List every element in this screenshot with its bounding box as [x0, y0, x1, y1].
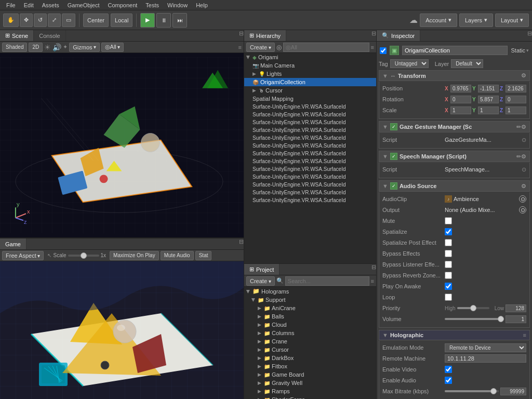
project-item-anicrane[interactable]: ▶ 📁 AniCrane	[244, 304, 376, 312]
pos-z-input[interactable]	[506, 85, 526, 92]
cloud-icon[interactable]: ☁	[409, 15, 418, 25]
hierarchy-item-maincamera[interactable]: 📷 Main Camera	[244, 61, 376, 70]
game-canvas[interactable]	[0, 261, 244, 399]
gaze-settings-icon[interactable]: ⚙	[521, 124, 526, 130]
hierarchy-item-surface-9[interactable]: Surface-UnityEngine.VR.WSA.SurfaceId	[244, 165, 376, 173]
move-tool-button[interactable]: ✥	[20, 14, 33, 27]
hierarchy-collapse[interactable]: ⊟	[371, 30, 376, 41]
priority-slider[interactable]	[457, 307, 489, 309]
account-button[interactable]: Account ▾	[420, 14, 457, 27]
hierarchy-item-surface-13[interactable]: Surface-UnityEngine.VR.WSA.SurfaceId	[244, 196, 376, 204]
speech-script-circle-icon[interactable]: ⊙	[522, 166, 526, 173]
hierarchy-item-cursor[interactable]: ▶ 🖱 Cursor	[244, 86, 376, 95]
hierarchy-item-surface-7[interactable]: Surface-UnityEngine.VR.WSA.SurfaceId	[244, 150, 376, 157]
rot-y-input[interactable]	[478, 96, 499, 103]
output-select-icon[interactable]: ⊙	[519, 206, 526, 214]
2d-button[interactable]: 2D	[29, 43, 43, 52]
effects-icon[interactable]: ✦	[63, 44, 68, 50]
audio-settings-icon[interactable]: ⚙	[521, 183, 526, 190]
scene-panel-menu[interactable]: ≡	[238, 44, 242, 50]
speech-active-checkbox[interactable]: ✓	[390, 153, 397, 160]
scale-tool-button[interactable]: ⤢	[48, 14, 61, 27]
audio-active-checkbox[interactable]: ✓	[390, 182, 397, 190]
shaded-button[interactable]: Shaded	[2, 43, 27, 52]
project-item-crane[interactable]: ▶ 📁 Crane	[244, 337, 376, 345]
game-panel-collapse[interactable]: ⊟	[239, 238, 244, 249]
menu-edit[interactable]: Edit	[20, 1, 38, 9]
stats-button[interactable]: Stat	[195, 251, 212, 260]
rotate-tool-button[interactable]: ↺	[34, 14, 47, 27]
hierarchy-item-surface-3[interactable]: Surface-UnityEngine.VR.WSA.SurfaceId	[244, 118, 376, 126]
mute-checkbox[interactable]	[445, 217, 452, 224]
transform-header[interactable]: ▼ ↔ Transform ⚙	[379, 70, 530, 81]
holographic-menu-icon[interactable]: ≡	[523, 332, 526, 338]
gaze-active-checkbox[interactable]: ✓	[390, 123, 397, 130]
layers-button[interactable]: Layers ▾	[459, 14, 493, 27]
console-tab[interactable]: Console	[34, 30, 65, 41]
spatialize-checkbox[interactable]	[445, 228, 452, 235]
layout-button[interactable]: Layout ▾	[495, 14, 529, 27]
pos-y-input[interactable]	[478, 85, 499, 92]
menu-assets[interactable]: Assets	[38, 1, 63, 9]
gizmos-button[interactable]: Gizmos ▾	[69, 43, 99, 52]
hierarchy-item-origami[interactable]: ▶ ◆ Origami	[244, 53, 376, 61]
scale-z-input[interactable]	[506, 107, 526, 114]
project-item-balls[interactable]: ▶ 📁 Balls	[244, 312, 376, 321]
project-menu-icon[interactable]: ≡	[371, 278, 374, 284]
project-search-input[interactable]	[285, 276, 369, 286]
rot-x-input[interactable]	[450, 96, 471, 103]
hierarchy-item-surface-4[interactable]: Surface-UnityEngine.VR.WSA.SurfaceId	[244, 126, 376, 134]
pos-x-input[interactable]	[450, 85, 471, 92]
scale-x-input[interactable]	[450, 107, 471, 114]
hierarchy-item-surface-10[interactable]: Surface-UnityEngine.VR.WSA.SurfaceId	[244, 173, 376, 181]
menu-file[interactable]: File	[2, 1, 20, 9]
hierarchy-item-surface-6[interactable]: Surface-UnityEngine.VR.WSA.SurfaceId	[244, 142, 376, 150]
free-aspect-button[interactable]: Free Aspect ▾	[2, 251, 44, 260]
menu-window[interactable]: Window	[163, 1, 192, 9]
volume-slider[interactable]	[445, 318, 504, 320]
scene-tab[interactable]: ⊞ Scene	[0, 30, 34, 41]
sun-icon[interactable]: ☀	[44, 43, 51, 51]
object-name-input[interactable]	[402, 46, 508, 55]
speech-edit-icon[interactable]: ✏	[516, 153, 521, 160]
enable-audio-checkbox[interactable]	[445, 377, 452, 384]
transform-settings-icon[interactable]: ⚙	[521, 72, 526, 79]
enable-video-checkbox[interactable]	[445, 366, 452, 373]
project-item-cloud[interactable]: ▶ 📁 Cloud	[244, 321, 376, 329]
bypass-reverb-checkbox[interactable]	[445, 272, 452, 279]
menu-component[interactable]: Component	[103, 1, 141, 9]
max-bitrate-value-input[interactable]	[500, 388, 526, 395]
rect-tool-button[interactable]: ▭	[62, 14, 75, 27]
hierarchy-item-surface-12[interactable]: Surface-UnityEngine.VR.WSA.SurfaceId	[244, 189, 376, 196]
object-active-checkbox[interactable]	[380, 47, 387, 54]
project-item-gameboard[interactable]: ▶ 📁 Game Board	[244, 370, 376, 379]
scale-y-input[interactable]	[478, 107, 499, 114]
hierarchy-item-surface-11[interactable]: Surface-UnityEngine.VR.WSA.SurfaceId	[244, 181, 376, 189]
play-button[interactable]: ▶	[140, 13, 155, 28]
hierarchy-item-origamicollection[interactable]: 📦 OrigamiCollection	[244, 78, 376, 86]
menu-tests[interactable]: Tests	[141, 1, 163, 9]
project-item-fitbox[interactable]: ▶ 📁 Fitbox	[244, 362, 376, 370]
play-on-awake-checkbox[interactable]	[445, 283, 452, 290]
speech-settings-icon[interactable]: ⚙	[521, 153, 526, 160]
project-create-button[interactable]: Create ▾	[246, 276, 275, 286]
loop-checkbox[interactable]	[445, 294, 452, 301]
audioclip-select-icon[interactable]: ⊙	[519, 195, 526, 203]
rot-z-input[interactable]	[506, 96, 526, 103]
hierarchy-item-surface-5[interactable]: Surface-UnityEngine.VR.WSA.SurfaceId	[244, 134, 376, 142]
bypass-effects-checkbox[interactable]	[445, 250, 452, 257]
bypass-listener-checkbox[interactable]	[445, 261, 452, 268]
hierarchy-menu-icon[interactable]: ≡	[371, 44, 374, 50]
scale-slider[interactable]	[68, 255, 99, 257]
audio-icon[interactable]: 🔊	[52, 43, 61, 51]
hand-tool-button[interactable]: ✋	[3, 14, 19, 27]
local-button[interactable]: Local	[111, 14, 132, 27]
center-button[interactable]: Center	[83, 14, 109, 27]
project-tab[interactable]: ⊞ Project	[244, 264, 280, 275]
project-item-support[interactable]: ▶ 📁 Support	[244, 296, 376, 304]
menu-help[interactable]: Help	[192, 1, 212, 9]
inspector-collapse[interactable]: ⊟	[527, 30, 532, 41]
project-item-shaderforge[interactable]: ▶ 📁 ShaderForge	[244, 395, 376, 399]
max-bitrate-slider[interactable]	[445, 390, 499, 392]
game-tab[interactable]: Game	[0, 238, 26, 249]
